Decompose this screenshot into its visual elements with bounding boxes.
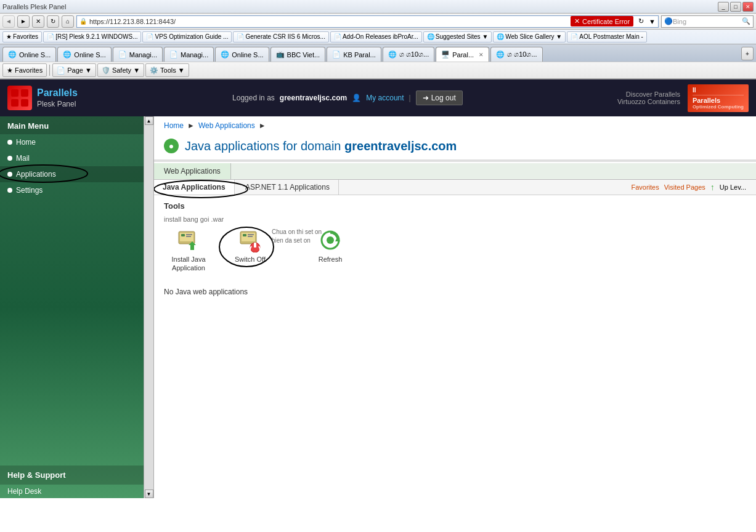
page-button[interactable]: 📄 Page ▼ xyxy=(52,63,96,77)
tab-8[interactable]: 🖥️ Paral... ✕ xyxy=(436,47,489,62)
title-bar-controls: _ □ ✕ xyxy=(718,2,754,12)
sidebar-item-settings[interactable]: Settings xyxy=(0,182,153,198)
sidebar-help-title: Help & Support xyxy=(0,465,153,485)
tab-favicon-5: 📺 xyxy=(276,50,285,58)
sidebar-item-applications[interactable]: Applications xyxy=(0,166,153,182)
search-icon: 🔍 xyxy=(742,17,750,25)
bookmark-1[interactable]: 📄 [RS] Plesk 9.2.1 WINDOWS... xyxy=(43,31,141,42)
visited-pages-text[interactable]: Visited Pages xyxy=(664,183,705,191)
forward-button[interactable]: ► xyxy=(17,15,30,28)
sidebar-item-mail[interactable]: Mail xyxy=(0,150,153,166)
install-label: Install Java Application xyxy=(164,255,213,273)
globe-icon-2: 🌐 xyxy=(497,33,504,40)
bullet-icon xyxy=(7,156,12,161)
tab-4[interactable]: 🌐 Online S... xyxy=(215,47,269,62)
tab-1[interactable]: 🌐 Online S... xyxy=(57,47,111,62)
sidebar-help-desk[interactable]: Help Desk xyxy=(0,485,153,498)
up-level-text[interactable]: Up Lev... xyxy=(720,183,746,191)
new-tab-button[interactable]: + xyxy=(741,47,754,60)
tab-favicon-0: 🌐 xyxy=(8,50,17,58)
tab-favicon-2: 📄 xyxy=(118,50,127,58)
back-button[interactable]: ◄ xyxy=(2,15,15,28)
tab-3[interactable]: 📄 Managi... xyxy=(164,47,214,62)
aspnet-tab[interactable]: ASP.NET 1.1 Applications xyxy=(237,180,339,195)
tab-2[interactable]: 📄 Managi... xyxy=(113,47,163,62)
java-applications-tab[interactable]: Java Applications xyxy=(154,180,235,195)
bookmarks-bar: ★ Favorites 📄 [RS] Plesk 9.2.1 WINDOWS..… xyxy=(0,30,756,44)
web-applications-tab[interactable]: Web Applications xyxy=(154,163,231,179)
search-bar[interactable]: 🔵 Bing 🔍 xyxy=(661,15,754,28)
title-bar: Parallels Plesk Panel _ □ ✕ xyxy=(0,0,756,14)
minimize-button[interactable]: _ xyxy=(718,2,729,12)
tab-5[interactable]: 📺 BBC Viet... xyxy=(270,47,326,62)
aol-icon: 📄 xyxy=(571,33,578,40)
tools-button[interactable]: ⚙️ Tools ▼ xyxy=(145,63,189,77)
svg-rect-16 xyxy=(248,236,253,237)
star-icon: ★ xyxy=(7,66,13,75)
breadcrumb: Home ► Web Applications ► xyxy=(154,116,756,135)
bullet-icon xyxy=(7,140,12,145)
tab-favicon-6: 📄 xyxy=(332,50,341,58)
switch-off-icon xyxy=(238,228,262,252)
bing-favicon: 🔵 xyxy=(664,17,673,25)
maximize-button[interactable]: □ xyxy=(730,2,741,12)
aol-bookmark[interactable]: 📄 AOL Postmaster Main - xyxy=(567,31,647,42)
tab-9[interactable]: 🌐 ශ ශ10ශ... xyxy=(490,47,542,62)
svg-rect-3 xyxy=(21,99,28,107)
add-favorites-button[interactable]: ★ Favorites xyxy=(2,63,47,77)
bookmark-3[interactable]: 📄 Generate CSR IIS 6 Micros... xyxy=(233,31,329,42)
parallels-header: Parallels Plesk Panel Logged in as green… xyxy=(0,79,756,116)
address-bar[interactable]: 🔒 https://112.213.88.121:8443/ ✕ Certifi… xyxy=(76,15,659,28)
suggested-sites-bookmark[interactable]: 🌐 Suggested Sites ▼ xyxy=(423,31,492,42)
switch-off-tool[interactable]: Switch Off xyxy=(226,228,275,264)
tab-6[interactable]: 📄 KB Paral... xyxy=(327,47,381,62)
breadcrumb-sep1: ► xyxy=(187,121,195,130)
breadcrumb-web-apps[interactable]: Web Applications xyxy=(198,121,255,130)
globe-icon-1: 🌐 xyxy=(427,33,434,40)
parallels-logo: Parallels Plesk Panel xyxy=(7,86,78,110)
safety-button[interactable]: 🛡️ Safety ▼ xyxy=(97,63,144,77)
favorites-bookmark[interactable]: ★ Favorites xyxy=(2,31,42,42)
tab-close-8[interactable]: ✕ xyxy=(479,52,484,58)
tab-favicon-3: 📄 xyxy=(169,50,178,58)
close-window-button[interactable]: ✕ xyxy=(742,2,754,12)
java-apps-tab-wrapper: Java Applications xyxy=(154,180,235,195)
tab-0[interactable]: 🌐 Online S... xyxy=(2,47,56,62)
cert-error-icon: ✕ xyxy=(574,17,580,25)
tab-7[interactable]: 🌐 ශ ශ10ශ... xyxy=(383,47,434,62)
page-header-icon: ● xyxy=(164,139,179,153)
sidebar-item-home[interactable]: Home xyxy=(0,134,153,150)
window-title: Parallels Plesk Panel xyxy=(2,3,66,10)
favorites-text[interactable]: Favorites xyxy=(631,183,659,191)
svg-rect-14 xyxy=(243,234,246,236)
bookmark-4[interactable]: 📄 Add-On Releases ibProAr... xyxy=(330,31,422,42)
tools-items: Install Java Application xyxy=(164,228,746,273)
sidebar: Main Menu Home Mail Applications Setting… xyxy=(0,116,154,498)
content-area: Home ► Web Applications ► ● Java applica… xyxy=(154,116,756,498)
svg-rect-10 xyxy=(186,236,191,237)
logout-button[interactable]: ➜ Log out xyxy=(416,91,463,105)
security-lock-icon: 🔒 xyxy=(79,18,87,25)
stop-button[interactable]: ✕ xyxy=(32,15,44,28)
svg-rect-0 xyxy=(11,89,18,97)
home-button[interactable]: ⌂ xyxy=(62,15,74,28)
address-text: https://112.213.88.121:8443/ xyxy=(89,18,176,25)
scroll-up-button[interactable]: ▲ xyxy=(145,116,153,125)
tools-section: Tools install bang goi .war xyxy=(154,195,756,279)
breadcrumb-home[interactable]: Home xyxy=(164,121,184,130)
cert-error-button[interactable]: ✕ Certificate Error xyxy=(571,16,633,26)
no-apps-message: No Java web applications xyxy=(164,285,746,299)
bookmark-icon-2: 📄 xyxy=(146,33,153,40)
install-java-tool[interactable]: Install Java Application xyxy=(164,228,213,273)
web-slice-gallery-bookmark[interactable]: 🌐 Web Slice Gallery ▼ xyxy=(493,31,566,42)
refresh-button[interactable]: ↻ xyxy=(47,15,59,28)
bookmark-icon-3: 📄 xyxy=(237,33,244,40)
subsection-tabs: Java Applications ASP.NET 1.1 Applicatio… xyxy=(154,180,756,195)
scroll-down-button[interactable]: ▼ xyxy=(145,490,153,498)
tab-favicon-8: 🖥️ xyxy=(441,50,450,58)
tools-hint: install bang goi .war xyxy=(164,216,746,223)
sidebar-scrollbar[interactable]: ▲ ▼ xyxy=(144,116,153,498)
bookmark-2[interactable]: 📄 VPS Optimization Guide ... xyxy=(142,31,232,42)
header-right: Discover Parallels Virtuozzo Containers … xyxy=(617,84,749,112)
my-account-button[interactable]: My account xyxy=(366,94,404,102)
